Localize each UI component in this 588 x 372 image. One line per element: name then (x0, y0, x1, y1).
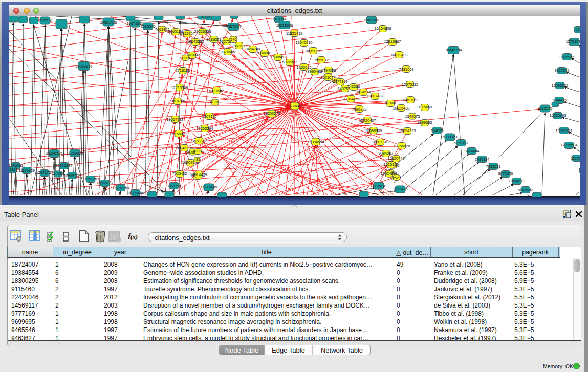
svg-text:9084067: 9084067 (379, 151, 394, 156)
svg-text:7955812: 7955812 (314, 58, 329, 62)
svg-text:23226058: 23226058 (194, 29, 211, 34)
svg-text:10025488: 10025488 (393, 106, 410, 111)
svg-text:9146821: 9146821 (257, 51, 272, 55)
svg-text:98901: 98901 (180, 56, 191, 60)
svg-text:15716485: 15716485 (201, 185, 217, 189)
svg-text:2718126: 2718126 (176, 68, 190, 73)
svg-text:9245652: 9245652 (518, 188, 533, 192)
svg-text:8471676: 8471676 (498, 171, 513, 176)
svg-text:19654983: 19654983 (167, 117, 184, 122)
svg-text:20364456: 20364456 (343, 97, 360, 101)
svg-text:19166827: 19166827 (170, 132, 187, 136)
svg-text:10688609: 10688609 (365, 128, 382, 133)
svg-text:6794028: 6794028 (321, 68, 336, 73)
svg-text:10973493: 10973493 (391, 53, 408, 57)
svg-text:8215955: 8215955 (538, 106, 553, 111)
svg-text:5322037: 5322037 (282, 60, 297, 64)
svg-text:2867608: 2867608 (232, 43, 247, 48)
svg-text:15720407: 15720407 (359, 118, 376, 123)
svg-text:13640910: 13640910 (296, 40, 313, 45)
svg-text:7515546: 7515546 (141, 24, 156, 29)
svg-text:164095: 164095 (431, 128, 444, 133)
svg-text:116753: 116753 (571, 156, 580, 161)
svg-text:14136141: 14136141 (371, 184, 387, 188)
svg-text:19654923: 19654923 (399, 128, 416, 133)
svg-text:41700: 41700 (210, 100, 221, 104)
svg-text:20206526: 20206526 (46, 151, 63, 156)
svg-text:9899695: 9899695 (418, 120, 432, 125)
svg-text:1549575: 1549575 (405, 114, 420, 119)
svg-text:19218506: 19218506 (276, 23, 293, 28)
svg-text:12213967: 12213967 (384, 39, 401, 44)
svg-text:11325419: 11325419 (286, 31, 302, 36)
svg-text:546: 546 (230, 37, 236, 42)
svg-text:1733426: 1733426 (393, 187, 408, 191)
svg-text:8813054: 8813054 (272, 17, 287, 21)
svg-text:16648784: 16648784 (445, 48, 462, 52)
svg-text:1615132: 1615132 (384, 162, 399, 167)
svg-text:16120746: 16120746 (388, 156, 405, 161)
svg-text:17359924: 17359924 (67, 151, 83, 156)
svg-text:16914479: 16914479 (190, 172, 207, 177)
svg-text:10756928: 10756928 (394, 144, 410, 148)
svg-text:2523: 2523 (393, 176, 401, 180)
svg-text:9227342: 9227342 (555, 68, 570, 73)
svg-text:39114: 39114 (9, 167, 17, 172)
svg-text:8427552: 8427552 (209, 89, 224, 93)
svg-text:7357224: 7357224 (226, 24, 241, 29)
svg-text:12213369: 12213369 (171, 85, 188, 90)
svg-text:1010755: 1010755 (170, 99, 185, 103)
svg-text:7663822: 7663822 (155, 27, 170, 32)
svg-text:30975887: 30975887 (56, 163, 73, 168)
svg-text:2087682: 2087682 (364, 18, 379, 23)
svg-text:9329966: 9329966 (560, 55, 575, 59)
svg-text:29053346: 29053346 (76, 64, 93, 69)
svg-text:10961758: 10961758 (305, 49, 322, 53)
svg-text:9857791: 9857791 (167, 184, 182, 188)
svg-text:9267110: 9267110 (202, 114, 216, 119)
svg-text:12093822: 12093822 (552, 83, 569, 88)
svg-text:8678342: 8678342 (192, 139, 207, 143)
svg-text:6879197: 6879197 (454, 141, 469, 145)
svg-text:9777169: 9777169 (333, 79, 348, 84)
svg-text:12942757: 12942757 (36, 170, 53, 175)
svg-text:16782759: 16782759 (113, 186, 129, 190)
svg-text:10654112: 10654112 (509, 179, 525, 183)
svg-text:7625402: 7625402 (172, 171, 187, 176)
svg-text:17016504: 17016504 (561, 143, 578, 147)
svg-text:746266: 746266 (347, 84, 360, 89)
svg-text:15751074: 15751074 (566, 39, 581, 44)
svg-text:9474444: 9474444 (465, 149, 480, 154)
svg-text:1405572: 1405572 (38, 18, 53, 23)
svg-text:12353594: 12353594 (197, 126, 213, 131)
svg-text:7485063: 7485063 (399, 67, 414, 72)
svg-text:16154808: 16154808 (375, 26, 391, 31)
svg-text:3875685: 3875685 (221, 50, 235, 54)
svg-text:9115460: 9115460 (418, 105, 432, 110)
svg-text:16543382: 16543382 (187, 39, 204, 44)
svg-text:114519: 114519 (52, 171, 64, 176)
svg-text:18724007: 18724007 (287, 104, 303, 108)
svg-text:7632621: 7632621 (486, 164, 501, 169)
svg-text:5938923: 5938923 (443, 135, 458, 139)
svg-text:2935114: 2935114 (475, 157, 489, 162)
svg-text:62160: 62160 (385, 101, 396, 105)
svg-text:19384554: 19384554 (308, 140, 324, 144)
svg-text:12323446: 12323446 (127, 191, 144, 195)
svg-text:12505135: 12505135 (64, 173, 81, 178)
svg-text:19300273: 19300273 (264, 111, 280, 116)
svg-text:10807487: 10807487 (367, 94, 384, 98)
svg-text:489: 489 (194, 157, 200, 162)
svg-text:111: 111 (576, 27, 580, 32)
svg-text:8990448: 8990448 (308, 69, 322, 74)
svg-text:9912954: 9912954 (180, 31, 195, 36)
svg-text:9463627: 9463627 (403, 98, 418, 102)
svg-text:12975115: 12975115 (402, 82, 418, 87)
svg-text:20691406: 20691406 (100, 20, 117, 25)
svg-text:11156829: 11156829 (18, 168, 35, 173)
svg-text:48222: 48222 (193, 149, 204, 154)
svg-text:16210643: 16210643 (550, 113, 567, 118)
svg-text:15692971: 15692971 (556, 128, 573, 133)
svg-text:18807249: 18807249 (372, 140, 389, 144)
svg-text:1588520: 1588520 (271, 55, 286, 59)
